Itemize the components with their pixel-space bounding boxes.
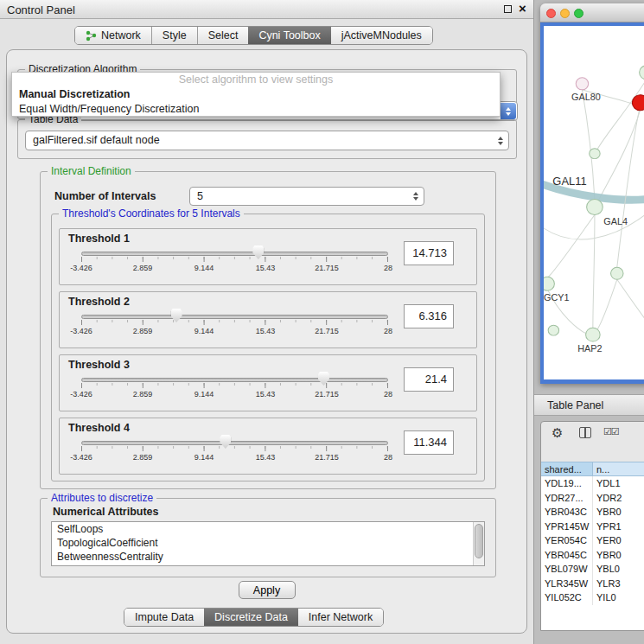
mac-close-button[interactable] (546, 9, 556, 18)
columns-icon[interactable] (579, 427, 591, 438)
table-panel-toolbar: ⚙ ☑☑ (541, 422, 644, 444)
threshold-4-value-field[interactable]: 11.344 (404, 430, 454, 455)
tab-discretize-data[interactable]: Discretize Data (204, 609, 298, 626)
table-cell[interactable]: YLR3 (593, 577, 644, 591)
table-cell[interactable]: YPR1 (593, 520, 644, 534)
table-cell[interactable]: YBR043C (541, 505, 593, 520)
select-columns-checkboxes-icon[interactable]: ☑☑ (603, 426, 619, 437)
cyni-toolbox-panel: Discretization Algorithm Select algorith… (6, 49, 527, 634)
threshold-3-panel: Threshold 3 -3.4262.8599.14415.4321.7152… (59, 354, 477, 411)
dropdown-placeholder: Select algorithm to view settings (12, 73, 500, 87)
table-row[interactable]: YPR145WYPR1 (541, 520, 644, 534)
table-body[interactable]: YDL19...YDL1YDR27...YDR2YBR043CYBR0YPR14… (541, 476, 644, 630)
network-node[interactable] (586, 328, 601, 341)
tab-cyni-toolbox[interactable]: Cyni Toolbox (248, 27, 330, 44)
network-node[interactable] (640, 66, 644, 80)
table-cell[interactable]: YIL052C (541, 590, 593, 605)
scrollbar-thumb[interactable] (475, 524, 483, 558)
slider-track[interactable] (81, 315, 388, 319)
network-icon (86, 30, 97, 41)
threshold-2-value-field[interactable]: 6.316 (404, 304, 454, 328)
table-cell[interactable]: YIL0 (593, 590, 644, 605)
table-cell[interactable]: YDR27... (541, 491, 593, 506)
slider-track[interactable] (81, 252, 388, 256)
network-node[interactable] (611, 267, 623, 279)
table-cell[interactable]: YBL079W (541, 562, 593, 577)
gear-icon[interactable]: ⚙ (552, 425, 563, 441)
slider-track[interactable] (81, 378, 388, 382)
apply-button[interactable]: Apply (239, 581, 296, 599)
threshold-1-slider[interactable]: -3.4262.8599.14415.4321.71528 (81, 245, 388, 279)
table-row[interactable]: YER054CYER0 (541, 533, 644, 548)
network-node[interactable] (576, 78, 588, 90)
column-header-n[interactable]: n... (593, 462, 644, 476)
dropdown-option-equal-width-frequency[interactable]: Equal Width/Frequency Discretization (12, 102, 500, 117)
column-header-shared[interactable]: shared... (541, 462, 593, 476)
list-item[interactable]: SelfLoops (52, 522, 484, 536)
tab-style[interactable]: Style (151, 27, 197, 44)
slider-tick-labels: -3.4262.8599.14415.4321.71528 (81, 327, 388, 336)
table-cell[interactable]: YBL0 (593, 562, 644, 577)
tab-network[interactable]: Network (75, 27, 151, 44)
table-row[interactable]: YIL052CYIL0 (541, 590, 644, 605)
close-icon[interactable]: × (519, 3, 526, 14)
number-of-intervals-combobox[interactable]: 5 (189, 187, 424, 206)
mac-minimize-button[interactable] (560, 9, 570, 18)
group-title: Interval Definition (48, 165, 135, 177)
combobox-stepper-icon[interactable] (501, 103, 516, 119)
table-row[interactable]: YBR045CYBR0 (541, 548, 644, 563)
tick-label: 28 (384, 453, 392, 462)
table-cell[interactable]: YDR2 (593, 491, 644, 506)
threshold-3-slider[interactable]: -3.4262.8599.14415.4321.71528 (81, 371, 388, 405)
table-cell[interactable]: YER0 (593, 533, 644, 548)
threshold-label: Threshold 4 (68, 422, 130, 434)
table-row[interactable]: YBR043CYBR0 (541, 505, 644, 520)
network-node-selected[interactable] (632, 95, 644, 111)
tab-impute-data[interactable]: Impute Data (124, 609, 204, 626)
combobox-arrows-icon[interactable] (413, 192, 418, 201)
table-cell[interactable]: YLR345W (541, 577, 593, 591)
table-cell[interactable]: YDL19... (541, 476, 593, 491)
tick-label: -3.426 (70, 453, 92, 462)
network-canvas[interactable]: GAL80 GAL11 GAL4 GCY1 HAP2 (544, 26, 644, 379)
tab-infer-network[interactable]: Infer Network (298, 609, 383, 626)
list-item[interactable]: TopologicalCoefficient (52, 536, 484, 550)
table-cell[interactable]: YBR045C (541, 548, 593, 563)
combobox-arrows-icon[interactable] (498, 137, 503, 145)
network-edge (598, 110, 641, 201)
mac-zoom-button[interactable] (574, 9, 583, 18)
dropdown-option-manual-discretization[interactable]: Manual Discretization (12, 87, 500, 102)
network-node[interactable] (587, 200, 603, 215)
network-node[interactable] (590, 149, 600, 159)
threshold-4-slider[interactable]: -3.4262.8599.14415.4321.71528 (81, 434, 388, 469)
table-row[interactable]: YBL079WYBL0 (541, 562, 644, 577)
tick-label: 21.715 (315, 390, 339, 399)
tab-jactivemnodules[interactable]: jActiveMNodules (331, 27, 432, 44)
network-window-titlebar[interactable] (540, 3, 644, 22)
network-node[interactable] (548, 325, 558, 335)
table-cell[interactable]: YPR145W (541, 520, 593, 534)
numerical-attributes-list[interactable]: SelfLoops TopologicalCoefficient Between… (51, 521, 485, 566)
table-cell[interactable]: YBR0 (593, 505, 644, 520)
tick-label: -3.426 (70, 327, 92, 335)
tick-label: 28 (384, 264, 392, 272)
table-data-combobox[interactable]: galFiltered.sif default node (25, 131, 509, 150)
tab-select[interactable]: Select (197, 27, 249, 44)
table-row[interactable]: YDL19...YDL1 (541, 476, 644, 491)
network-edge (597, 80, 644, 150)
table-row[interactable]: YDR27...YDR2 (541, 491, 644, 506)
table-cell[interactable]: YBR0 (593, 548, 644, 563)
network-node[interactable] (544, 277, 554, 290)
slider-ticks (81, 257, 388, 262)
list-item[interactable]: BetweennessCentrality (52, 550, 484, 564)
threshold-1-value-field[interactable]: 14.713 (404, 241, 454, 265)
minimize-icon[interactable] (504, 5, 512, 13)
slider-track[interactable] (81, 441, 388, 445)
threshold-2-slider[interactable]: -3.4262.8599.14415.4321.71528 (81, 308, 388, 342)
table-cell[interactable]: YER054C (541, 533, 593, 548)
threshold-3-value-field[interactable]: 21.4 (404, 367, 454, 392)
group-title: Threshold's Coordinates for 5 Intervals (59, 207, 244, 220)
table-row[interactable]: YLR345WYLR3 (541, 577, 644, 591)
table-cell[interactable]: YDL1 (593, 476, 644, 491)
list-scrollbar[interactable] (473, 522, 484, 565)
